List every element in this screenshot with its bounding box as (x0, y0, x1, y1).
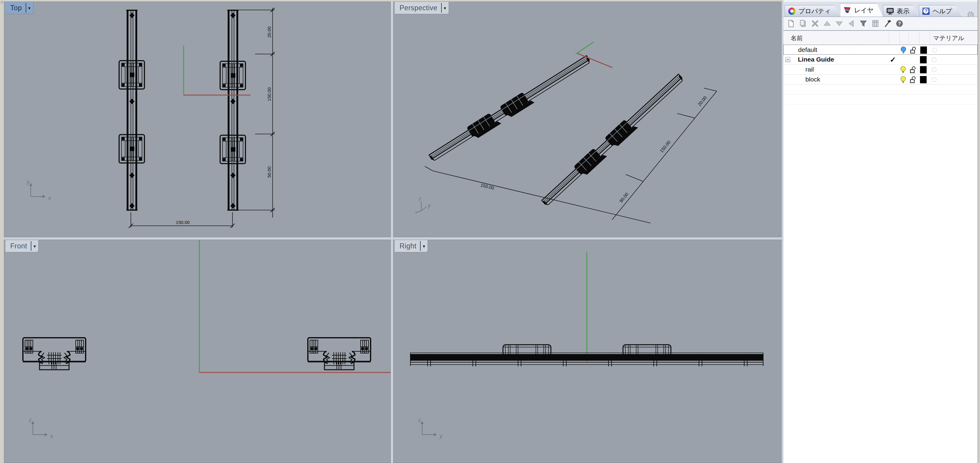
block[interactable] (119, 61, 145, 89)
layer-color-swatch[interactable] (920, 65, 927, 75)
chevron-down-icon[interactable]: ▾ (29, 6, 31, 10)
block[interactable] (503, 345, 551, 356)
dimension-label[interactable]: 20.00 (267, 26, 272, 38)
layer-lock-icon[interactable] (910, 45, 917, 55)
properties-icon (788, 7, 796, 15)
block[interactable] (119, 135, 145, 163)
block[interactable] (220, 135, 245, 164)
label-separator (25, 3, 26, 13)
viewport-front[interactable]: z x Front ▾ (4, 239, 391, 463)
dimension-label[interactable]: 150.00 (480, 182, 495, 190)
viewport-perspective[interactable]: 150.00 90.00 150.00 20.00 z y Perspectiv… (393, 2, 781, 237)
layer-lock-icon[interactable] (909, 65, 917, 75)
layer-lock-icon[interactable] (909, 75, 917, 85)
move-left-button[interactable] (846, 18, 856, 29)
axis-label-x: x (48, 195, 51, 201)
column-header-material: マテリアル (933, 34, 964, 42)
tab-display[interactable]: 表示 (883, 5, 919, 17)
layer-name: default (798, 45, 817, 54)
layer-visibility-bulb[interactable] (899, 45, 907, 55)
viewport-title-label: Front (10, 242, 27, 250)
layer-name: Linea Guide (798, 54, 834, 64)
top-viewport-drawing: 20.00 150.00 50.00 150.00 y x (4, 2, 391, 237)
rail-right[interactable] (228, 10, 239, 210)
move-down-button[interactable] (834, 18, 844, 29)
move-up-button[interactable] (822, 18, 832, 29)
dimension-label[interactable]: 150.00 (176, 220, 190, 225)
layer-material-icon[interactable] (930, 54, 938, 65)
tab-label: 表示 (897, 7, 910, 15)
filter-button[interactable] (858, 18, 869, 29)
chevron-down-icon[interactable]: ▾ (444, 6, 446, 10)
block-section-right[interactable] (308, 338, 371, 370)
layer-color-swatch[interactable] (920, 45, 928, 55)
layer-list: default − (783, 45, 978, 104)
axis-label-x: x (50, 433, 53, 439)
layer-panel: プロパティ レイヤ (783, 0, 978, 463)
dimension-label[interactable]: 20.00 (697, 95, 708, 107)
layer-material-icon[interactable] (930, 65, 938, 75)
viewport-title-front[interactable]: Front ▾ (5, 240, 38, 252)
dimension-label[interactable]: 90.00 (618, 192, 629, 204)
viewport-title-top[interactable]: Top ▾ (5, 2, 33, 14)
dimension-label[interactable]: 50.00 (267, 166, 272, 178)
tab-properties[interactable]: プロパティ (784, 5, 840, 17)
axis-gizmo: y x (26, 179, 51, 201)
duplicate-layer-button[interactable] (798, 18, 808, 29)
delete-layer-button[interactable] (810, 18, 820, 29)
layer-material-icon[interactable] (931, 45, 939, 55)
dimension-vertical-chain[interactable]: 20.00 150.00 50.00 (239, 8, 275, 218)
dimension-label[interactable]: 150.00 (659, 139, 671, 153)
chevron-down-icon[interactable]: ▾ (423, 244, 425, 248)
layer-list-header: 名前 マテリアル (783, 30, 978, 45)
rail-side[interactable] (410, 353, 763, 366)
viewport-top[interactable]: 20.00 150.00 50.00 150.00 y x (4, 2, 391, 237)
right-viewport-drawing: z y (393, 240, 781, 463)
new-layer-button[interactable] (786, 18, 796, 29)
chevron-down-icon[interactable]: ▾ (33, 244, 36, 248)
collapse-minus-icon[interactable]: − (785, 57, 790, 62)
block[interactable] (623, 345, 671, 356)
help-button[interactable]: ? (894, 18, 905, 29)
layer-visibility-bulb[interactable] (899, 75, 907, 85)
label-separator (441, 3, 442, 13)
layer-row-linea-guide[interactable]: − Linea Guide ✓ (783, 54, 978, 65)
rail-left[interactable] (427, 53, 593, 165)
construction-axes (199, 240, 391, 372)
layer-row-default[interactable]: default (783, 45, 978, 54)
block-section-left[interactable] (23, 338, 86, 370)
label-separator (31, 241, 31, 251)
current-layer-check-icon[interactable]: ✓ (888, 54, 897, 65)
axis-label-z: z (418, 196, 421, 202)
layers-icon (843, 6, 851, 14)
dimension-label[interactable]: 150.00 (267, 87, 272, 101)
layer-name: rail (805, 65, 814, 74)
layer-color-swatch[interactable] (920, 54, 927, 65)
axis-label-y: y (26, 179, 30, 185)
viewport-right[interactable]: z y Right ▾ (393, 239, 781, 463)
layer-material-icon[interactable] (930, 75, 938, 85)
column-separator (899, 31, 900, 43)
dimension-width[interactable]: 150.00 (129, 212, 235, 228)
tools-button[interactable] (882, 18, 892, 29)
tab-label: レイヤ (854, 6, 873, 14)
layer-color-swatch[interactable] (920, 75, 927, 85)
block[interactable] (220, 61, 245, 89)
front-viewport-drawing: z x (4, 240, 391, 463)
layer-visibility-bulb[interactable] (899, 65, 907, 75)
empty-layer-row (783, 94, 978, 104)
tab-help[interactable]: ? ヘルプ (919, 5, 961, 17)
layer-list-button[interactable] (870, 18, 880, 29)
rail-right[interactable] (539, 72, 687, 209)
rail-left[interactable] (126, 10, 137, 210)
viewport-title-right[interactable]: Right ▾ (395, 240, 428, 252)
viewport-title-perspective[interactable]: Perspective ▾ (395, 2, 449, 14)
axis-gizmo: z y (418, 417, 443, 439)
label-separator (420, 241, 421, 251)
layer-row-rail[interactable]: rail (783, 65, 978, 75)
axis-label-z: z (29, 417, 32, 423)
layer-row-block[interactable]: block (783, 75, 978, 85)
tab-label: ヘルプ (933, 7, 952, 15)
tab-layers[interactable]: レイヤ (840, 3, 883, 17)
dimension-chain[interactable]: 90.00 150.00 20.00 (612, 88, 717, 220)
